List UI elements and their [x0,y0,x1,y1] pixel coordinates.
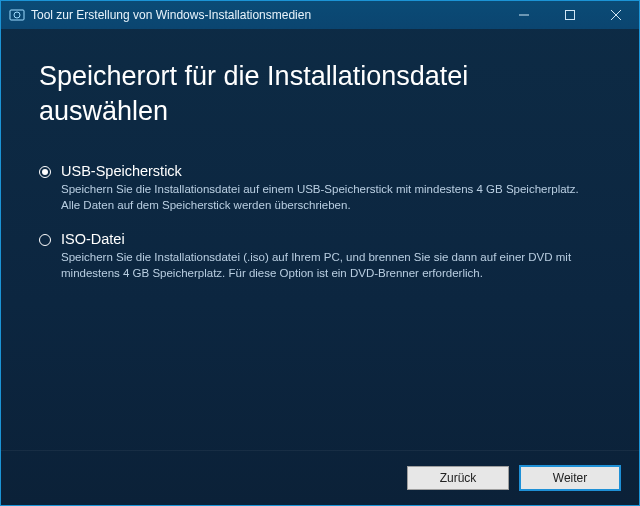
minimize-button[interactable] [501,1,547,29]
back-button[interactable]: Zurück [407,466,509,490]
radio-usb[interactable] [39,166,51,178]
option-usb-desc: Speichern Sie die Installationsdatei auf… [61,181,591,213]
svg-point-1 [14,12,20,18]
wizard-footer: Zurück Weiter [1,450,639,505]
maximize-icon [565,10,575,20]
option-usb[interactable]: USB-Speicherstick Speichern Sie die Inst… [39,163,601,213]
media-creation-icon [9,7,25,23]
titlebar: Tool zur Erstellung von Windows-Installa… [1,1,639,29]
wizard-window: Tool zur Erstellung von Windows-Installa… [0,0,640,506]
maximize-button[interactable] [547,1,593,29]
radio-iso[interactable] [39,234,51,246]
svg-rect-3 [566,11,575,20]
wizard-content: Speicherort für die Installationsdatei a… [1,29,639,450]
close-button[interactable] [593,1,639,29]
window-title: Tool zur Erstellung von Windows-Installa… [31,8,311,22]
option-iso-desc: Speichern Sie die Installationsdatei (.i… [61,249,591,281]
page-heading: Speicherort für die Installationsdatei a… [39,59,601,129]
option-iso-title: ISO-Datei [61,231,591,247]
minimize-icon [519,10,529,20]
option-iso[interactable]: ISO-Datei Speichern Sie die Installation… [39,231,601,281]
next-button[interactable]: Weiter [519,465,621,491]
option-usb-title: USB-Speicherstick [61,163,591,179]
close-icon [611,10,621,20]
